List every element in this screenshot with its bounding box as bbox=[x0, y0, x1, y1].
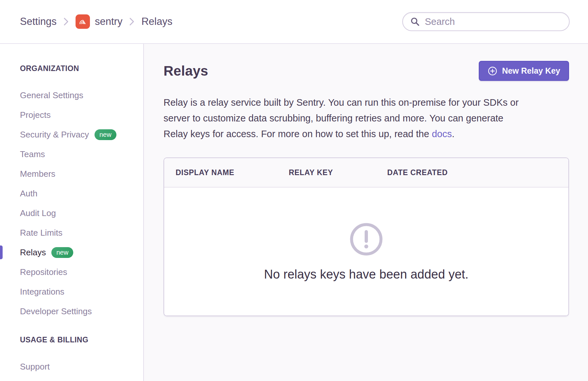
breadcrumb-org-label: sentry bbox=[95, 16, 122, 27]
main-header: Relays New Relay Key bbox=[164, 61, 569, 81]
sidebar-item-members[interactable]: Members bbox=[0, 164, 143, 184]
sidebar-item-label: Relays bbox=[20, 247, 46, 258]
new-badge: new bbox=[95, 129, 116, 140]
sidebar-item-projects[interactable]: Projects bbox=[0, 105, 143, 125]
sidebar-item-auth[interactable]: Auth bbox=[0, 184, 143, 203]
exclamation-circle-icon bbox=[349, 222, 384, 257]
sidebar-item-label: Rate Limits bbox=[20, 228, 62, 238]
search-icon bbox=[410, 17, 420, 27]
sidebar-item-support[interactable]: Support bbox=[0, 357, 143, 376]
sidebar-item-label: Integrations bbox=[20, 287, 64, 297]
sidebar-section: ORGANIZATION General Settings Projects S… bbox=[0, 64, 143, 321]
chevron-right-icon bbox=[63, 17, 69, 26]
sidebar-item-label: Members bbox=[20, 169, 55, 179]
sidebar-item-label: Security & Privacy bbox=[20, 130, 89, 140]
new-relay-key-button[interactable]: New Relay Key bbox=[479, 61, 569, 81]
relays-description: Relay is a relay service built by Sentry… bbox=[164, 95, 569, 142]
page-title: Relays bbox=[164, 63, 208, 79]
sidebar-item-label: Auth bbox=[20, 189, 38, 199]
sidebar-item-label: Projects bbox=[20, 110, 51, 120]
chevron-right-icon bbox=[129, 17, 134, 26]
sidebar-item-label: Audit Log bbox=[20, 208, 56, 218]
relay-keys-table: DISPLAY NAME RELAY KEY DATE CREATED No r… bbox=[164, 157, 569, 316]
docs-link[interactable]: docs bbox=[432, 129, 452, 139]
sidebar-item-rate-limits[interactable]: Rate Limits bbox=[0, 223, 143, 243]
breadcrumb: Settings sentry Relays bbox=[20, 14, 172, 29]
sidebar-section: USAGE & BILLING Support bbox=[0, 336, 143, 376]
sidebar-item-label: General Settings bbox=[20, 90, 83, 100]
breadcrumb-settings-label: Settings bbox=[20, 16, 57, 27]
sidebar-item-developer-settings[interactable]: Developer Settings bbox=[0, 301, 143, 321]
column-header-display-name: DISPLAY NAME bbox=[164, 168, 277, 177]
new-relay-key-label: New Relay Key bbox=[502, 66, 560, 76]
breadcrumb-item-settings[interactable]: Settings bbox=[20, 16, 57, 27]
sidebar-item-repositories[interactable]: Repositories bbox=[0, 262, 143, 282]
sidebar-item-label: Support bbox=[20, 362, 50, 372]
sidebar-section-heading: USAGE & BILLING bbox=[0, 336, 143, 344]
empty-state: No relays keys have been added yet. bbox=[164, 188, 568, 316]
relay-keys-table-header: DISPLAY NAME RELAY KEY DATE CREATED bbox=[164, 158, 568, 188]
top-header: Settings sentry Relays bbox=[0, 0, 588, 44]
sidebar-item-security-privacy[interactable]: Security & Privacy new bbox=[0, 125, 143, 144]
sidebar-item-integrations[interactable]: Integrations bbox=[0, 282, 143, 301]
breadcrumb-item-relays: Relays bbox=[141, 16, 172, 27]
new-badge: new bbox=[51, 247, 73, 258]
settings-sidebar: ORGANIZATION General Settings Projects S… bbox=[0, 44, 144, 381]
sidebar-item-relays[interactable]: Relays new bbox=[0, 243, 143, 262]
sidebar-nav: ORGANIZATION General Settings Projects S… bbox=[0, 64, 143, 376]
column-header-date-created: DATE CREATED bbox=[376, 168, 568, 177]
main-content: Relays New Relay Key Relay is a relay se… bbox=[144, 44, 588, 381]
sidebar-item-label: Repositories bbox=[20, 267, 67, 277]
sidebar-item-label: Developer Settings bbox=[20, 306, 92, 317]
search-bar[interactable] bbox=[402, 12, 570, 31]
sidebar-item-audit-log[interactable]: Audit Log bbox=[0, 203, 143, 223]
sidebar-nav-list: Support bbox=[0, 357, 143, 376]
search-input[interactable] bbox=[424, 16, 562, 27]
plus-circle-icon bbox=[488, 66, 497, 76]
breadcrumb-relays-label: Relays bbox=[141, 16, 172, 27]
column-header-relay-key: RELAY KEY bbox=[277, 168, 376, 177]
sidebar-item-teams[interactable]: Teams bbox=[0, 144, 143, 164]
empty-state-message: No relays keys have been added yet. bbox=[264, 267, 468, 281]
sidebar-item-general-settings[interactable]: General Settings bbox=[0, 85, 143, 105]
sidebar-nav-list: General Settings Projects Security & Pri… bbox=[0, 85, 143, 321]
breadcrumb-item-organization[interactable]: sentry bbox=[76, 14, 122, 29]
sentry-logo-icon bbox=[76, 14, 90, 29]
sidebar-item-label: Teams bbox=[20, 149, 45, 159]
sidebar-section-heading: ORGANIZATION bbox=[0, 64, 143, 73]
